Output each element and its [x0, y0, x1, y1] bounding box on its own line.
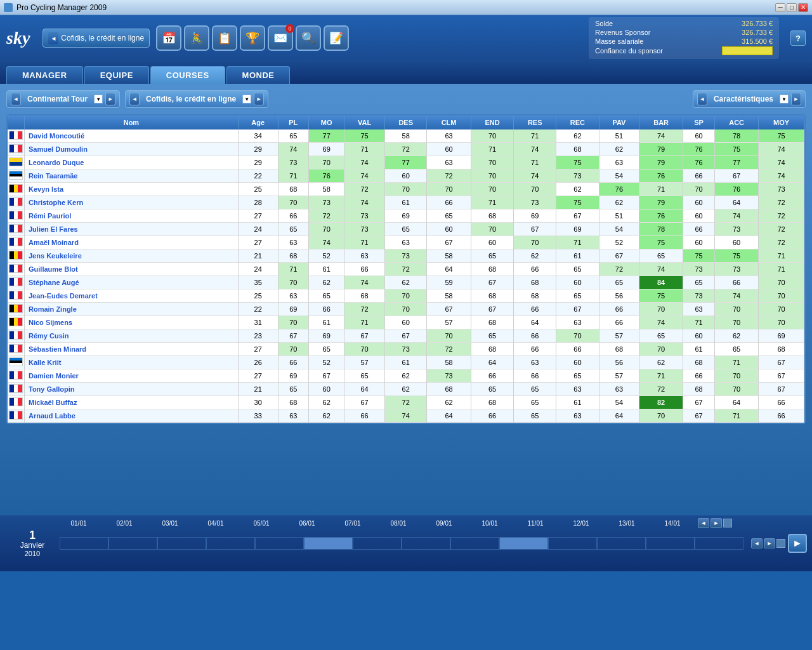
rider-name[interactable]: Stéphane Augé	[25, 276, 239, 289]
col-rec[interactable]: REC	[556, 116, 599, 129]
timeline-segment[interactable]	[450, 537, 499, 550]
col-moy[interactable]: MOY	[759, 116, 804, 129]
rider-name[interactable]: Kevyn Ista	[25, 183, 239, 196]
minimize-button[interactable]: ─	[775, 3, 785, 12]
col-pav[interactable]: PAV	[599, 116, 639, 129]
table-row[interactable]: Nico Sijmens3170617160576864636674717070	[8, 316, 804, 329]
timeline-segment[interactable]	[157, 537, 206, 550]
rider-name[interactable]: Kalle Kriit	[25, 356, 239, 369]
col-clm[interactable]: CLM	[427, 116, 471, 129]
forward-button[interactable]: ►	[788, 534, 807, 553]
rider-name[interactable]: Nico Sijmens	[25, 316, 239, 329]
tour-prev-button[interactable]: ◄	[11, 93, 21, 105]
caract-next-button[interactable]: ►	[791, 93, 801, 105]
rider-name[interactable]: Arnaud Labbe	[25, 409, 239, 423]
tour-next-button[interactable]: ►	[105, 93, 115, 105]
team-filter-dropdown[interactable]: ▼	[242, 95, 251, 103]
table-row[interactable]: Jean-Eudes Demaret2563656870586868655675…	[8, 289, 804, 303]
table-row[interactable]: Kevyn Ista2568587270707070627671707673	[8, 183, 804, 196]
col-age[interactable]: Age	[238, 116, 278, 129]
rider-name[interactable]: Guillaume Blot	[25, 263, 239, 276]
table-row[interactable]: Amaël Moinard276374716367607071527560607…	[8, 236, 804, 249]
rider-name[interactable]: David Moncoutié	[25, 129, 239, 143]
tab-monde[interactable]: MONDE	[226, 66, 291, 84]
col-val[interactable]: VAL	[344, 116, 385, 129]
caract-prev-button[interactable]: ◄	[697, 93, 707, 105]
rider-name[interactable]: Jens Keukeleire	[25, 249, 239, 263]
timeline-segment[interactable]	[108, 537, 157, 550]
table-row[interactable]: Kalle Kriit2666525761586463605662687167	[8, 356, 804, 369]
timeline-segment[interactable]	[499, 537, 548, 550]
help-button[interactable]: ?	[790, 30, 806, 46]
rider-name[interactable]: Rein Taaramäe	[25, 169, 239, 183]
calendar-icon-btn[interactable]: 📅	[156, 25, 181, 51]
table-row[interactable]: Samuel Dumoulin2974697172607174686279767…	[8, 143, 804, 156]
timeline-segment[interactable]	[304, 537, 353, 550]
rider-name[interactable]: Damien Monier	[25, 369, 239, 383]
rider-name[interactable]: Rémi Pauriol	[25, 209, 239, 223]
table-row[interactable]: Mickaël Buffaz30686267726268656154826764…	[8, 396, 804, 409]
table-row[interactable]: Romain Zingle226966727067676667667063707…	[8, 303, 804, 316]
timeline-date-prev[interactable]: ◄	[698, 518, 709, 528]
timeline-segment[interactable]	[60, 537, 108, 550]
table-row[interactable]: Damien Monier276967656273666665577166706…	[8, 369, 804, 383]
caract-dropdown-button[interactable]: ▼	[780, 95, 789, 103]
notes-icon-btn[interactable]: 📝	[324, 25, 349, 51]
table-row[interactable]: Julien El Fares2465707365607067695478667…	[8, 223, 804, 236]
rider-name[interactable]: Sébastien Minard	[25, 343, 239, 356]
timeline-segment[interactable]	[255, 537, 304, 550]
rider-name[interactable]: Julien El Fares	[25, 223, 239, 236]
table-row[interactable]: Sébastien Minard277065707372686666687061…	[8, 343, 804, 356]
timeline-segment[interactable]	[206, 537, 255, 550]
timeline-segment[interactable]	[597, 537, 646, 550]
table-row[interactable]: Jens Keukeleire2168526373586562616765757…	[8, 249, 804, 263]
maximize-button[interactable]: □	[787, 3, 797, 12]
col-end[interactable]: END	[471, 116, 514, 129]
clipboard-icon-btn[interactable]: 📋	[212, 25, 237, 51]
table-row[interactable]: Tony Gallopin216560646268656563637268706…	[8, 383, 804, 396]
table-row[interactable]: Guillaume Blot24716166726468666572747373…	[8, 263, 804, 276]
col-nom[interactable]: Nom	[25, 116, 239, 129]
team-filter-prev-button[interactable]: ◄	[129, 93, 140, 105]
cyclist-icon-btn[interactable]: 🚴	[184, 25, 209, 51]
col-mo[interactable]: MO	[309, 116, 344, 129]
timeline-segment[interactable]	[548, 537, 597, 550]
table-row[interactable]: Rémy Cusin2367696767706566705765606269	[8, 329, 804, 343]
col-pl[interactable]: PL	[278, 116, 309, 129]
table-row[interactable]: Stéphane Augé357062746259676860658465667…	[8, 276, 804, 289]
table-row[interactable]: Rémi Pauriol2766727369656869675176607472	[8, 209, 804, 223]
tour-dropdown-button[interactable]: ▼	[94, 95, 103, 103]
rider-name[interactable]: Amaël Moinard	[25, 236, 239, 249]
tab-courses[interactable]: COURSES	[150, 66, 225, 84]
rider-name[interactable]: Romain Zingle	[25, 303, 239, 316]
timeline-date-next[interactable]: ►	[710, 518, 722, 528]
table-row[interactable]: Christophe Kern2870737461667173756279606…	[8, 196, 804, 209]
timeline-prev-button[interactable]: ◄	[751, 538, 763, 548]
rider-name[interactable]: Christophe Kern	[25, 196, 239, 209]
mail-icon-btn[interactable]: ✉️ 0	[268, 25, 293, 51]
rider-name[interactable]: Mickaël Buffaz	[25, 396, 239, 409]
col-bar[interactable]: BAR	[639, 116, 683, 129]
rider-name[interactable]: Rémy Cusin	[25, 329, 239, 343]
timeline-date-square[interactable]	[723, 519, 732, 527]
search-icon-btn[interactable]: 🔍	[296, 25, 321, 51]
tab-manager[interactable]: MANAGER	[6, 66, 83, 84]
table-row[interactable]: Rein Taaramäe227176746072707473547666677…	[8, 169, 804, 183]
col-res[interactable]: RES	[514, 116, 556, 129]
col-acc[interactable]: ACC	[715, 116, 759, 129]
timeline-segment[interactable]	[353, 537, 402, 550]
timeline-segment[interactable]	[402, 537, 450, 550]
close-button[interactable]: ✕	[798, 3, 808, 12]
table-scroll-area[interactable]: Nom Age PL MO VAL DES CLM END RES REC PA…	[8, 116, 804, 423]
timeline-square[interactable]	[776, 539, 785, 548]
table-row[interactable]: Arnaud Labbe3363626674646665636470677166	[8, 409, 804, 423]
table-row[interactable]: Leonardo Duque29737074776370717563797677…	[8, 156, 804, 169]
tab-equipe[interactable]: EQUIPE	[84, 66, 149, 84]
team-filter-next-button[interactable]: ►	[254, 93, 264, 105]
team-nav-button[interactable]: ◄ Cofidis, le crédit en ligne	[43, 29, 150, 48]
rider-name[interactable]: Leonardo Duque	[25, 156, 239, 169]
col-des[interactable]: DES	[384, 116, 427, 129]
timeline-segment[interactable]	[646, 537, 695, 550]
rider-name[interactable]: Samuel Dumoulin	[25, 143, 239, 156]
timeline-next-button[interactable]: ►	[764, 538, 775, 548]
